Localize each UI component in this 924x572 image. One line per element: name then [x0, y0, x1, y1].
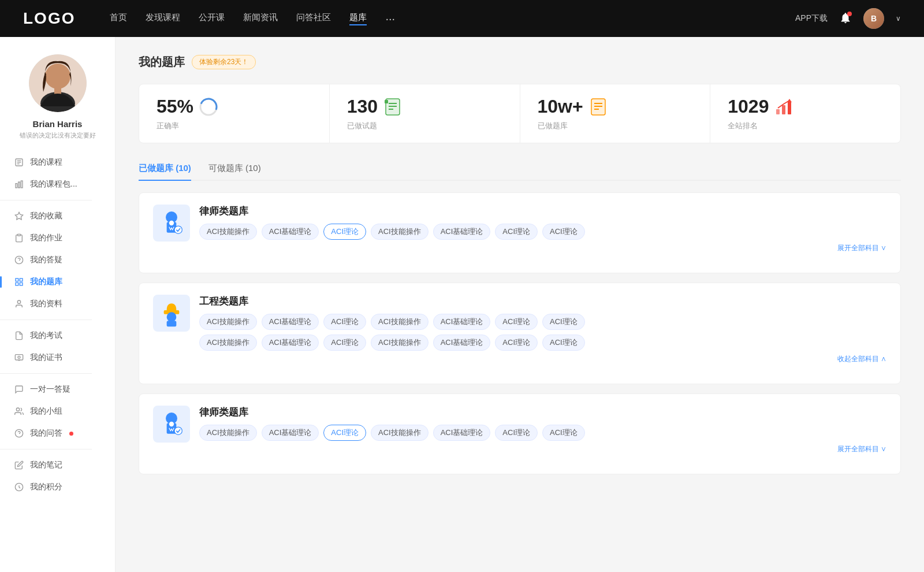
tag-item[interactable]: ACI技能操作: [371, 335, 429, 351]
sidebar-item-qa[interactable]: 我的答疑: [0, 249, 115, 271]
sidebar-item-notes[interactable]: 我的笔记: [0, 454, 115, 476]
tag-item[interactable]: ACI基础理论: [262, 425, 319, 441]
qbank-tags-engineer-row1: ACI技能操作 ACI基础理论 ACI理论 ACI技能操作 ACI基础理论 AC…: [199, 314, 886, 330]
nav-more[interactable]: ···: [385, 12, 395, 25]
expand-btn-engineer[interactable]: 收起全部科目 ∧: [199, 354, 886, 364]
doc-orange-icon: [589, 98, 608, 116]
tab-done[interactable]: 已做题库 (10): [139, 157, 191, 180]
nav-open-course[interactable]: 公开课: [199, 12, 225, 25]
grid-icon: [14, 277, 24, 287]
tag-item[interactable]: ACI技能操作: [371, 314, 429, 330]
sidebar-item-group[interactable]: 我的小组: [0, 400, 115, 422]
stat-banks-value: 10w+: [538, 96, 583, 117]
qbank-tags-lawyer1: ACI技能操作 ACI基础理论 ACI理论 ACI技能操作 ACI基础理论 AC…: [199, 224, 886, 240]
tag-item-active[interactable]: ACI理论: [323, 425, 366, 441]
svg-point-53: [169, 422, 174, 426]
tag-item[interactable]: ACI技能操作: [199, 425, 257, 441]
svg-rect-20: [15, 355, 23, 360]
tag-item[interactable]: ACI理论: [542, 314, 585, 330]
app-download-link[interactable]: APP下载: [795, 13, 828, 24]
tag-item[interactable]: ACI基础理论: [262, 314, 319, 330]
tag-item[interactable]: ACI技能操作: [199, 335, 257, 351]
expand-btn-lawyer1[interactable]: 展开全部科目 ∨: [199, 243, 886, 253]
sidebar-item-profile[interactable]: 我的资料: [0, 293, 115, 315]
tag-item[interactable]: ACI技能操作: [199, 314, 257, 330]
svg-rect-8: [16, 184, 17, 188]
tag-item[interactable]: ACI理论: [323, 335, 366, 351]
sidebar-item-exam[interactable]: 我的考试: [0, 325, 115, 347]
svg-marker-11: [15, 212, 23, 220]
sidebar-item-myquestions[interactable]: 我的问答: [0, 422, 115, 444]
tag-item[interactable]: ACI技能操作: [199, 224, 257, 240]
nav-qa[interactable]: 问答社区: [296, 12, 331, 25]
tag-item[interactable]: ACI理论: [495, 425, 538, 441]
tag-item[interactable]: ACI理论: [542, 224, 585, 240]
svg-point-22: [16, 408, 19, 411]
lawyer-icon: [153, 205, 190, 242]
main-content: 我的题库 体验剩余23天！ 55% 正确率: [116, 37, 924, 572]
trial-badge: 体验剩余23天！: [192, 55, 256, 69]
svg-rect-50: [167, 321, 177, 326]
question-badge: [69, 432, 73, 436]
tag-item[interactable]: ACI理论: [495, 314, 538, 330]
tab-available[interactable]: 可做题库 (10): [208, 157, 261, 180]
nav-discover[interactable]: 发现课程: [146, 12, 180, 25]
svg-rect-10: [21, 181, 23, 188]
tag-item[interactable]: ACI理论: [495, 224, 538, 240]
stat-questions-label: 已做试题: [347, 121, 377, 131]
svg-rect-17: [16, 283, 18, 285]
svg-point-46: [169, 221, 174, 225]
sidebar-item-favorites[interactable]: 我的收藏: [0, 205, 115, 227]
navbar-menu: 首页 发现课程 公开课 新闻资讯 问答社区 题库 ···: [110, 12, 795, 25]
sidebar-item-points[interactable]: 我的积分: [0, 476, 115, 498]
svg-rect-40: [776, 109, 780, 114]
sidebar-item-tutor[interactable]: 一对一答疑: [0, 378, 115, 400]
tag-item[interactable]: ACI理论: [323, 314, 366, 330]
chat-icon: [14, 384, 24, 395]
tag-item[interactable]: ACI技能操作: [371, 224, 429, 240]
document-icon: [14, 157, 24, 168]
tag-item-active[interactable]: ACI理论: [323, 224, 366, 240]
tag-item[interactable]: ACI基础理论: [433, 335, 491, 351]
doc-green-icon: [383, 98, 402, 116]
nav-qbank[interactable]: 题库: [349, 12, 367, 25]
stat-accuracy: 55% 正确率: [139, 84, 330, 143]
expand-btn-lawyer2[interactable]: 展开全部科目 ∨: [199, 444, 886, 454]
qbank-name-lawyer1: 律师类题库: [199, 205, 886, 218]
nav-home[interactable]: 首页: [110, 12, 127, 25]
sidebar-item-package[interactable]: 我的课程包...: [0, 173, 115, 195]
clipboard-icon: [14, 233, 24, 243]
tag-item[interactable]: ACI理论: [495, 335, 538, 351]
sidebar-item-course[interactable]: 我的课程: [0, 151, 115, 173]
sidebar-item-qbank[interactable]: 我的题库: [0, 271, 115, 293]
sidebar-avatar[interactable]: [29, 54, 87, 112]
notification-bell[interactable]: [839, 12, 852, 26]
svg-rect-42: [788, 102, 791, 114]
stat-banks: 10w+ 已做题库: [520, 84, 711, 143]
svg-rect-34: [385, 100, 388, 103]
nav-news[interactable]: 新闻资讯: [243, 12, 278, 25]
stat-questions-value: 130: [347, 96, 378, 117]
logo[interactable]: LOGO: [23, 9, 75, 28]
tag-item[interactable]: ACI基础理论: [262, 224, 319, 240]
svg-point-47: [174, 226, 182, 233]
svg-rect-41: [782, 105, 785, 114]
tag-item[interactable]: ACI基础理论: [433, 425, 491, 441]
stat-questions: 130 已做试题: [330, 84, 520, 143]
avatar[interactable]: B: [863, 8, 884, 29]
tag-item[interactable]: ACI理论: [542, 425, 585, 441]
question-circle-icon: [14, 255, 24, 265]
tag-item[interactable]: ACI基础理论: [262, 335, 319, 351]
certificate-icon: [14, 352, 24, 363]
question-mark-icon: [14, 428, 24, 439]
svg-point-21: [18, 356, 20, 358]
sidebar-item-cert[interactable]: 我的证书: [0, 347, 115, 369]
page-header: 我的题库 体验剩余23天！: [139, 54, 901, 70]
avatar-dropdown-arrow[interactable]: ∨: [896, 14, 901, 23]
engineer-icon: [153, 295, 190, 332]
tag-item[interactable]: ACI基础理论: [433, 224, 491, 240]
tag-item[interactable]: ACI基础理论: [433, 314, 491, 330]
tag-item[interactable]: ACI理论: [542, 335, 585, 351]
sidebar-item-homework[interactable]: 我的作业: [0, 227, 115, 249]
tag-item[interactable]: ACI技能操作: [371, 425, 429, 441]
